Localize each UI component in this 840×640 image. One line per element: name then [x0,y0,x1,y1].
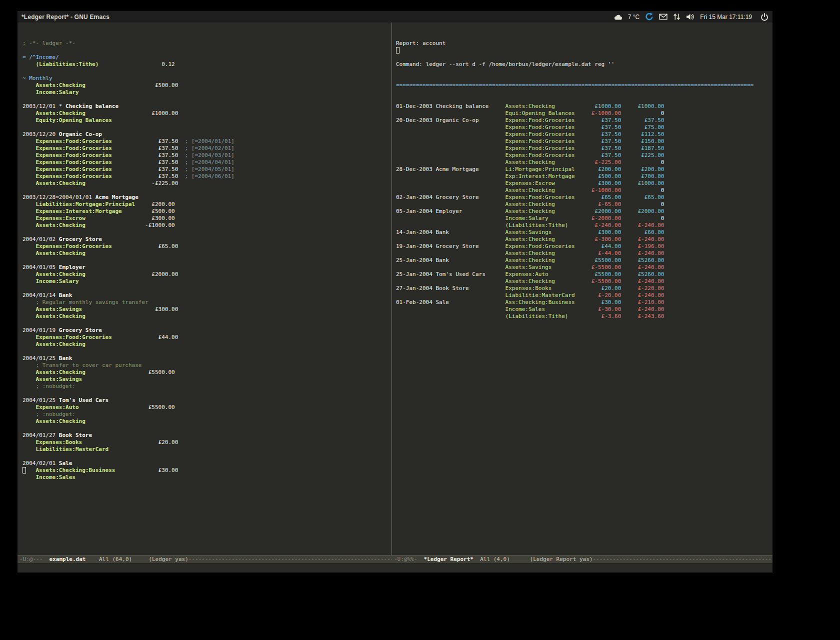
clock-label[interactable]: Fri 15 Mar 17:11:19 [700,14,752,20]
source-line: 2004/02/01 Sale [22,460,392,467]
source-line: ; -*- ledger -*- [22,40,392,47]
system-tray: 7 °C Fri 15 Mar 17:11:19 [614,12,768,21]
source-line: Expenses:Food:Groceries £65.00 [22,243,392,250]
source-line [22,320,392,327]
source-window[interactable]: ; -*- ledger -*- = /^Income/ (Liabilitie… [18,22,392,555]
power-icon[interactable] [760,13,768,21]
report-row: Expens:Food:Groceries £37.50 £225.00 [396,152,772,159]
report-row: Liabilitie:MasterCard £-20.00 £-240.00 [396,292,772,299]
source-line: Assets:Checking -£225.00 [22,180,392,187]
modeline-report[interactable]: -U:@%%- *Ledger Report* All (4,0) (Ledge… [392,555,772,564]
source-line: Income:Salary [22,89,392,96]
source-line: Expenses:Interest:Mortgage £500.00 [22,208,392,215]
titlebar[interactable]: *Ledger Report* - GNU Emacs 7 °C [18,11,772,22]
report-row: 28-Dec-2003 Acme Mortgage Li:Mortgage:Pr… [396,166,772,173]
source-line: ; :nobudget: [22,411,392,418]
source-line: Assets:Checking £5500.00 [22,369,392,376]
window-split: ; -*- ledger -*- = /^Income/ (Liabilitie… [18,22,772,555]
report-separator: ========================================… [396,82,772,89]
source-line: Expenses:Food:Groceries £37.50 ; [=2004/… [22,145,392,152]
inactive-cursor-source [22,467,26,474]
source-line: Expenses:Food:Groceries £37.50 ; [=2004/… [22,166,392,173]
source-line: (Liabilities:Tithe) 0.12 [22,61,392,68]
source-line: Expenses:Food:Groceries £37.50 ; [=2004/… [22,152,392,159]
report-row: Assets:Savings £-5500.00 £-240.00 [396,264,772,271]
source-line: Income:Sales [22,474,392,481]
source-line [22,390,392,397]
echo-area[interactable] [18,564,772,572]
source-line: Income:Salary [22,278,392,285]
report-row: 01-Feb-2004 Sale Ass:Checking:Business £… [396,299,772,306]
report-row: Expens:Food:Groceries £37.50 £75.00 [396,124,772,131]
source-line: ~ Monthly [22,75,392,82]
report-header-line: Report: account [396,40,772,47]
report-row: Equi:Opening Balances £-1000.00 0 [396,110,772,117]
source-line [22,187,392,194]
source-line [22,285,392,292]
source-line: Expenses:Food:Groceries £44.00 [22,334,392,341]
source-line [22,453,392,460]
source-line: Assets:Checking [22,313,392,320]
report-row: Expens:Food:Groceries £37.50 £112.50 [396,131,772,138]
report-window[interactable]: Report: account Command: ledger --sort d… [392,22,772,555]
source-line: ; :nobudget: [22,383,392,390]
report-row: Assets:Checking £-300.00 £-240.00 [396,236,772,243]
source-line [22,124,392,131]
source-line [22,68,392,75]
volume-icon[interactable] [686,13,694,20]
report-row: Income:Salary £-2000.00 0 [396,215,772,222]
modeline-source[interactable]: -U:@--- example.dat All (64,0) (Ledger y… [18,555,392,564]
report-row: 20-Dec-2003 Organic Co-op Expens:Food:Gr… [396,117,772,124]
source-line: Assets:Checking [22,341,392,348]
source-line: 2004/01/25 Bank [22,355,392,362]
report-row: Exp:Interest:Mortgage £500.00 £700.00 [396,173,772,180]
temperature-label: 7 °C [628,14,640,20]
source-line: 2003/12/20 Organic Co-op [22,131,392,138]
source-line: Expenses:Auto £5500.00 [22,404,392,411]
report-row: Assets:Checking £-44.00 £-240.00 [396,250,772,257]
report-row: (Liabilities:Tithe) £-3.60 £-243.60 [396,313,772,320]
inactive-cursor-report [396,47,400,54]
refresh-icon[interactable] [645,12,654,21]
network-traffic-icon[interactable] [673,13,680,20]
report-row: 02-Jan-2004 Grocery Store Expens:Food:Gr… [396,194,772,201]
source-line: Assets:Savings £300.00 [22,306,392,313]
report-command-line: Command: ledger --sort d -f /home/borbus… [396,61,772,68]
modelines: -U:@--- example.dat All (64,0) (Ledger y… [18,555,772,564]
source-line [22,348,392,355]
source-line [22,229,392,236]
source-line: 2004/01/27 Book Store [22,432,392,439]
source-line: Assets:Savings [22,376,392,383]
source-line: 2004/01/05 Employer [22,264,392,271]
source-line: Assets:Checking:Business £30.00 [22,467,392,474]
source-line [22,96,392,103]
source-line: Expenses:Food:Groceries £37.50 ; [=2004/… [22,159,392,166]
report-row: Expens:Food:Groceries £37.50 £150.00 [396,138,772,145]
source-line: Expenses:Escrow £300.00 [22,215,392,222]
report-row: 14-Jan-2004 Bank Assets:Savings £300.00 … [396,229,772,236]
source-buffer: ; -*- ledger -*- = /^Income/ (Liabilitie… [22,40,392,488]
source-line: Expenses:Books £20.00 [22,439,392,446]
source-line: Assets:Checking £2000.00 [22,271,392,278]
weather-cloud-icon[interactable] [614,14,622,20]
source-line: 2004/01/19 Grocery Store [22,327,392,334]
emacs-frame: ; -*- ledger -*- = /^Income/ (Liabilitie… [18,22,772,572]
source-line [22,481,392,488]
mail-icon[interactable] [659,14,668,20]
source-line: Expenses:Food:Groceries £37.50 ; [=2004/… [22,138,392,145]
source-line: Assets:Checking [22,250,392,257]
report-row: Assets:Checking £-225.00 0 [396,159,772,166]
report-row: Income:Sales £-30.00 £-240.00 [396,306,772,313]
report-row: Expenses:Escrow £300.00 £1000.00 [396,180,772,187]
source-line: Expenses:Food:Groceries £37.50 ; [=2004/… [22,173,392,180]
source-line: Assets:Checking [22,418,392,425]
report-row: Assets:Checking £-1000.00 0 [396,187,772,194]
source-line [22,47,392,54]
source-line: 2004/01/25 Tom's Used Cars [22,397,392,404]
source-line: Assets:Checking £1000.00 [22,110,392,117]
source-line: Assets:Checking -£1000.00 [22,222,392,229]
report-row: 25-Jan-2004 Bank Assets:Checking £5500.0… [396,257,772,264]
report-row: Assets:Checking £-65.00 0 [396,201,772,208]
report-lines: 01-Dec-2003 Checking balance Assets:Chec… [396,103,772,320]
report-row: 25-Jan-2004 Tom's Used Cars Expenses:Aut… [396,271,772,278]
